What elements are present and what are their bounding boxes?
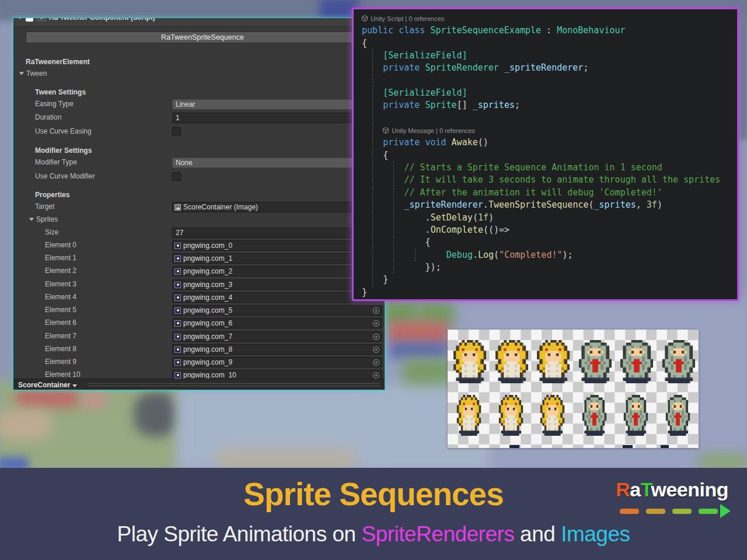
bg-tree-cluster bbox=[134, 392, 179, 436]
foldout-arrow-icon[interactable] bbox=[17, 18, 23, 19]
arrow-head-icon bbox=[720, 504, 731, 518]
bottom-banner: Sprite Sequences RaTweening Play Sprite … bbox=[0, 468, 747, 560]
object-field-value: pngwing.com_3 bbox=[183, 280, 232, 289]
bg-red-roofs bbox=[16, 388, 78, 407]
property-label: Use Curve Modifier bbox=[35, 172, 95, 180]
text-field[interactable]: 1 bbox=[172, 113, 382, 123]
inspector-row-use-curve-easing: Use Curve Easing bbox=[13, 126, 385, 138]
arrow-dash bbox=[620, 509, 639, 514]
subtitle-segment: SpriteRenderers bbox=[361, 522, 514, 546]
inspector-row-use-curve-modifier: Use Curve Modifier bbox=[13, 171, 385, 183]
code-line: [SerializeField] bbox=[362, 87, 737, 99]
dropdown-field[interactable]: Linear bbox=[172, 99, 382, 110]
inspector-row-element-5: Element 5pngwing.com_5 bbox=[13, 304, 385, 316]
code-line: { bbox=[362, 37, 737, 50]
component-header[interactable]: Ra Tweener Component (Script) bbox=[13, 18, 385, 27]
object-picker-icon[interactable] bbox=[373, 334, 379, 340]
sprite-gold-king-side bbox=[498, 395, 522, 436]
inspector-row-ratweenerelement: RaTweenerElement bbox=[13, 57, 385, 68]
object-field-value: pngwing.com_2 bbox=[183, 267, 232, 276]
object-field[interactable]: pngwing.com_5 bbox=[172, 305, 382, 316]
object-field[interactable]: pngwing.com_2 bbox=[172, 266, 382, 276]
text-field[interactable]: 27 bbox=[172, 228, 382, 238]
object-picker-icon[interactable] bbox=[373, 359, 379, 366]
sprite-hooded-priest-side bbox=[666, 395, 690, 436]
inspector-row-modifier-type: Modifier TypeNone bbox=[13, 157, 385, 169]
sprite-gold-king-front bbox=[537, 340, 570, 383]
logo-letter: R bbox=[616, 478, 630, 501]
checkbox[interactable] bbox=[172, 127, 181, 136]
inspector-row-element-3: Element 3pngwing.com_3 bbox=[13, 279, 385, 290]
object-picker-icon[interactable] bbox=[373, 372, 379, 379]
sprite-icon bbox=[174, 359, 181, 366]
inspector-row-element-8: Element 8pngwing.com_8 bbox=[13, 344, 385, 355]
property-label: Element 1 bbox=[45, 254, 76, 262]
property-label: Element 5 bbox=[45, 306, 76, 314]
object-field[interactable]: pngwing.com_8 bbox=[172, 344, 382, 355]
property-label: Use Curve Easing bbox=[35, 127, 92, 135]
inspector-row-element-0: Element 0pngwing.com_0 bbox=[13, 240, 385, 251]
property-label: Element 2 bbox=[45, 267, 76, 275]
object-field[interactable]: pngwing.com_0 bbox=[172, 240, 382, 251]
object-field[interactable]: pngwing.com_1 bbox=[172, 253, 382, 264]
banner-subtitle: Play Sprite Animations on SpriteRenderer… bbox=[0, 522, 747, 547]
code-line: }); bbox=[362, 261, 737, 274]
score-container-selector[interactable]: ScoreContainer bbox=[18, 381, 77, 389]
arrow-dash bbox=[646, 509, 665, 514]
sprite-sheet bbox=[448, 330, 699, 448]
inspector-row-easing-type: Easing TypeLinear bbox=[13, 99, 385, 110]
subtitle-segment: and bbox=[514, 522, 561, 546]
inspector-row-element-9: Element 9pngwing.com_9 bbox=[13, 356, 385, 368]
sprite-cut-mark bbox=[509, 445, 519, 448]
object-picker-icon[interactable] bbox=[373, 307, 379, 314]
object-field[interactable]: pngwing.com_7 bbox=[172, 331, 382, 342]
sprite-icon bbox=[174, 243, 181, 249]
object-field[interactable]: pngwing.com_9 bbox=[172, 357, 382, 368]
foldout-label[interactable]: Sprites bbox=[36, 215, 58, 223]
codelens-line: Unity Message | 0 references bbox=[362, 124, 737, 136]
object-picker-icon[interactable] bbox=[373, 320, 379, 327]
foldout-arrow-icon[interactable] bbox=[19, 72, 25, 75]
property-label: Element 7 bbox=[45, 332, 76, 340]
subtitle-segment: Play Sprite Animations on bbox=[117, 522, 362, 546]
object-picker-icon[interactable] bbox=[373, 346, 379, 353]
code-line: // After the animation it will debug 'Co… bbox=[362, 187, 737, 199]
inspector-row-element-6: Element 6pngwing.com_6 bbox=[13, 317, 385, 329]
object-field[interactable]: pngwing.com_6 bbox=[172, 318, 382, 328]
checkbox[interactable] bbox=[172, 172, 181, 181]
presets-dropdown[interactable] bbox=[36, 18, 46, 22]
indent-guide bbox=[372, 50, 373, 286]
object-field-value: ScoreContainer (Image) bbox=[183, 202, 258, 212]
inspector-row-tween: Tween bbox=[13, 68, 385, 80]
bg-path bbox=[0, 410, 51, 440]
code-line: public class SpriteSequenceExample : Mon… bbox=[362, 24, 737, 37]
bg-shore bbox=[217, 449, 354, 469]
bg-pink-roof bbox=[82, 393, 106, 407]
property-label: Element 10 bbox=[45, 370, 81, 379]
property-label: Easing Type bbox=[35, 100, 74, 108]
component-title: Ra Tweener Component (Script) bbox=[49, 18, 155, 22]
foldout-arrow-icon[interactable] bbox=[29, 218, 34, 220]
property-label: Properties bbox=[35, 191, 69, 199]
inspector-row-element-4: Element 4pngwing.com_4 bbox=[13, 292, 385, 303]
object-field[interactable]: ScoreContainer (Image) bbox=[172, 202, 382, 212]
dropdown-field[interactable]: None bbox=[172, 158, 382, 168]
object-field-value: pngwing.com_8 bbox=[183, 345, 232, 354]
code-editor-panel[interactable]: Unity Script | 0 referencespublic class … bbox=[352, 8, 739, 301]
sprite-cut-mark bbox=[623, 445, 633, 448]
codelens-line: Unity Script | 0 references bbox=[362, 12, 737, 24]
sprite-icon bbox=[174, 307, 181, 314]
ratweening-logo: RaTweening bbox=[616, 478, 728, 501]
code-line: Debug.Log("Completed!"); bbox=[362, 249, 737, 261]
property-label: Element 4 bbox=[45, 293, 76, 301]
sprite-gold-king-side bbox=[540, 395, 564, 436]
tween-type-button[interactable]: RaTweenSpriteSequence bbox=[26, 32, 379, 43]
code-line: { bbox=[362, 236, 737, 249]
sprite-hooded-priest-front bbox=[662, 340, 695, 383]
object-field[interactable]: pngwing.com_4 bbox=[172, 292, 382, 303]
logo-arrow bbox=[620, 504, 731, 518]
foldout-label[interactable]: Tween bbox=[26, 69, 47, 78]
code-line: } bbox=[362, 274, 737, 286]
code-line: _spriteRenderer.TweenSpriteSequence(_spr… bbox=[362, 199, 737, 211]
object-field[interactable]: pngwing.com_3 bbox=[172, 279, 382, 290]
